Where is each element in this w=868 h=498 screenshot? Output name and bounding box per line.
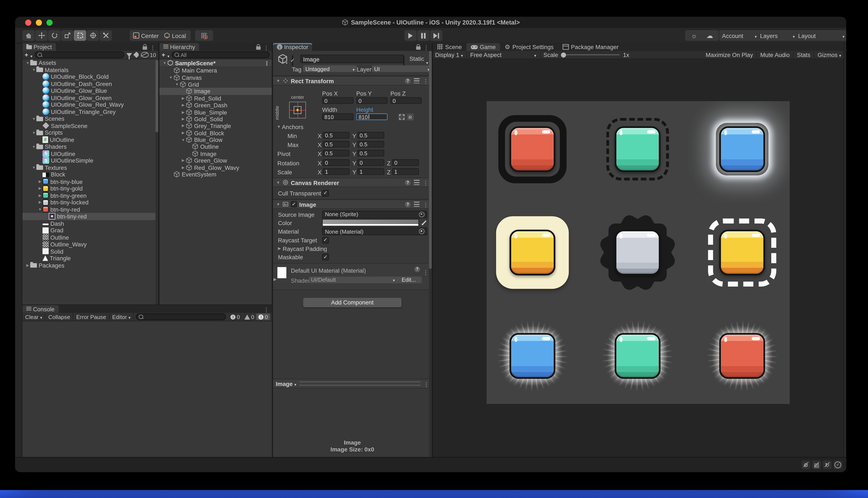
game-button-Red_Glow_Wavy[interactable]	[700, 314, 784, 398]
info-count-toggle[interactable]: 0	[228, 313, 242, 320]
rotation-z-field[interactable]: 0	[392, 159, 419, 166]
rotation-x-field[interactable]: 0	[323, 159, 350, 166]
chevron-down-icon[interactable]: ▾	[286, 61, 288, 65]
layout-dropdown[interactable]: Layout	[795, 30, 846, 41]
hierarchy-item[interactable]: ▶ Gold_Solid	[159, 115, 272, 122]
scale-x-field[interactable]: 1	[323, 168, 350, 175]
tree-item[interactable]: Outline_Wavy	[23, 241, 158, 248]
material-thumbnail[interactable]	[278, 267, 286, 278]
tree-item[interactable]: ▶ btn-tiny-locked	[23, 199, 158, 206]
foldout-icon[interactable]: ▼	[276, 79, 280, 82]
pivot-y-field[interactable]: 0.5	[357, 150, 384, 156]
hidden-packages-toggle[interactable]: 10	[141, 52, 156, 58]
game-button-Green_Dash[interactable]	[596, 107, 680, 191]
panel-menu-icon[interactable]	[263, 43, 269, 52]
raycast-target-checkbox[interactable]	[322, 237, 329, 243]
tag-dropdown[interactable]: Untagged	[303, 65, 357, 72]
close-window-button[interactable]	[25, 19, 31, 25]
expander[interactable]: ▶	[181, 158, 186, 163]
collapse-toggle[interactable]: Collapse	[46, 313, 74, 321]
lock-icon[interactable]	[143, 46, 147, 50]
game-button-Grey_Triangle[interactable]	[596, 211, 680, 294]
hierarchy-item[interactable]: ▶ Green_Dash	[159, 102, 272, 108]
shader-dropdown[interactable]: UI/Default	[309, 276, 397, 283]
expander[interactable]: ▶	[181, 165, 186, 170]
create-asset-button[interactable]: +	[25, 51, 28, 58]
anchor-min-y-field[interactable]: 0.5	[357, 132, 384, 139]
component-enabled-checkbox[interactable]	[291, 201, 297, 207]
canvas-renderer-header[interactable]: ▼ Canvas Renderer	[273, 178, 432, 187]
hierarchy-search-input[interactable]: All	[172, 51, 270, 58]
tree-item[interactable]: ▶ Packages	[23, 262, 158, 269]
game-button-Blue_Glow[interactable]	[490, 314, 574, 398]
tree-item[interactable]: UIOutline_Glow_Red_Wavy	[23, 101, 158, 108]
tree-item[interactable]: Triangle	[23, 255, 158, 262]
expander[interactable]: ▼	[25, 61, 30, 65]
panel-menu-icon[interactable]	[150, 43, 155, 52]
scene-menu-icon[interactable]	[264, 60, 270, 66]
error-pause-toggle[interactable]: Error Pause	[74, 313, 110, 321]
pos-z-field[interactable]: 0	[391, 97, 422, 104]
layer-dropdown[interactable]: UI	[372, 65, 432, 72]
hierarchy-item[interactable]: ▶ Red_Glow_Wavy	[159, 164, 272, 171]
blueprint-mode-button[interactable]	[398, 114, 405, 121]
warning-count-toggle[interactable]: 0	[242, 313, 256, 320]
anchor-max-x-field[interactable]: 0.5	[323, 141, 350, 147]
tree-item[interactable]: ▼ Scenes	[23, 115, 158, 122]
component-menu-icon[interactable]	[423, 266, 429, 276]
project-scrollbar[interactable]	[155, 59, 158, 304]
tree-item[interactable]: ▶ btn-tiny-blue	[23, 178, 158, 185]
scale-y-field[interactable]: 1	[357, 168, 384, 175]
tree-item[interactable]: UIOutline_Triangle_Grey	[23, 108, 158, 115]
game-button-Green_Glow[interactable]	[596, 314, 680, 398]
tree-item[interactable]: ▼ Shaders	[23, 143, 158, 150]
tree-item[interactable]: UIOutline	[23, 150, 158, 157]
code-coverage-icon[interactable]: ⚙	[801, 460, 810, 469]
anchor-min-x-field[interactable]: 0.5	[323, 132, 350, 139]
maskable-checkbox[interactable]	[322, 254, 329, 260]
foldout-icon[interactable]: ▶	[273, 277, 276, 281]
material-field[interactable]: None (Material)	[322, 227, 427, 235]
layers-dropdown[interactable]: Layers	[757, 30, 798, 41]
hierarchy-item[interactable]: ▼ Grid	[159, 81, 272, 88]
editor-dropdown[interactable]: Editor	[109, 313, 134, 321]
tree-item[interactable]: ▼ Materials	[23, 66, 158, 73]
rotation-y-field[interactable]: 0	[357, 159, 384, 166]
tab-project[interactable]: Project	[23, 43, 56, 51]
pos-y-field[interactable]: 0	[356, 97, 388, 104]
inspector-scrollbar[interactable]	[429, 51, 432, 457]
cache-server-icon[interactable]: ▤	[812, 460, 821, 469]
account-dropdown[interactable]: Account	[719, 30, 760, 41]
slider-knob[interactable]	[561, 52, 566, 57]
expander[interactable]: ▶	[25, 263, 30, 267]
move-tool-button[interactable]	[35, 30, 48, 41]
tree-item[interactable]: btn-tiny-red	[23, 213, 158, 220]
scale-slider[interactable]	[562, 54, 620, 55]
pos-x-field[interactable]: 0	[322, 97, 354, 104]
zoom-window-button[interactable]	[46, 19, 53, 25]
search-everything-button[interactable]	[685, 30, 703, 41]
pivot-center-button[interactable]: Center	[130, 30, 162, 41]
auto-refresh-icon[interactable]: ↻	[823, 460, 832, 469]
hierarchy-item[interactable]: Image	[159, 88, 272, 95]
hierarchy-item[interactable]: ▶ Blue_Simple	[159, 109, 272, 115]
hierarchy-item[interactable]: ▶ Gold_Block	[159, 129, 272, 136]
hierarchy-item[interactable]: Main Camera	[159, 67, 272, 74]
image-component-header[interactable]: ▼ Image	[273, 199, 432, 209]
anchors-foldout-icon[interactable]: ▼	[277, 124, 281, 129]
component-menu-icon[interactable]	[423, 77, 429, 84]
presets-icon[interactable]	[414, 202, 420, 207]
expander[interactable]: ▶	[37, 193, 42, 198]
width-field[interactable]: 810	[322, 114, 354, 120]
game-button-Gold_Solid[interactable]	[490, 211, 574, 294]
tree-item[interactable]: UIOutline_Glow_Green	[23, 94, 158, 101]
foldout-icon[interactable]: ▶	[278, 246, 281, 251]
foldout-icon[interactable]: ▼	[276, 202, 280, 206]
progress-done-icon[interactable]: ✓	[833, 460, 842, 469]
rect-tool-button[interactable]	[74, 30, 86, 41]
create-object-button[interactable]: +	[162, 51, 165, 58]
minimize-window-button[interactable]	[36, 19, 42, 25]
presets-icon[interactable]	[414, 78, 420, 83]
pivot-local-button[interactable]: Local	[159, 30, 191, 41]
tab-game[interactable]: Game	[466, 43, 500, 51]
